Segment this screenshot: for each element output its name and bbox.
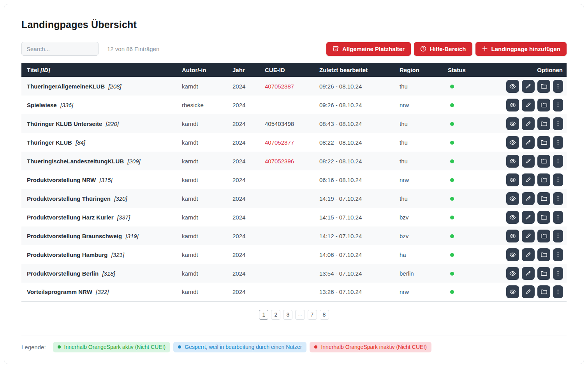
edit-button[interactable] xyxy=(522,248,535,261)
landingpage-hinzufuegen-button[interactable]: Landingpage hinzufügen xyxy=(475,42,567,56)
allgemeine-platzhalter-button[interactable]: Allgemeine Platzhalter xyxy=(326,42,411,56)
search-input[interactable] xyxy=(21,42,99,56)
pencil-icon xyxy=(525,158,531,164)
folder-button[interactable] xyxy=(537,211,550,224)
folder-icon xyxy=(540,102,547,108)
row-id: [322] xyxy=(96,288,109,295)
row-cue-cell xyxy=(259,208,314,226)
edit-button[interactable] xyxy=(522,173,535,186)
folder-button[interactable] xyxy=(537,80,550,93)
row-cue-id[interactable]: 407052377 xyxy=(265,139,294,146)
row-options-cell xyxy=(501,133,567,152)
pencil-icon xyxy=(525,214,531,220)
more-options-button[interactable] xyxy=(553,267,563,280)
folder-icon xyxy=(540,177,547,183)
kebab-menu-icon xyxy=(555,195,561,202)
view-button[interactable] xyxy=(506,285,519,298)
more-options-button[interactable] xyxy=(553,117,563,130)
view-button[interactable] xyxy=(506,136,519,149)
folder-icon xyxy=(540,139,547,146)
edit-button[interactable] xyxy=(522,230,535,242)
row-title: ThueringerAllgemeineKLUB xyxy=(27,83,105,90)
edit-button[interactable] xyxy=(522,155,535,168)
row-id: [321] xyxy=(111,251,124,258)
row-author: karndt xyxy=(176,152,227,170)
kebab-menu-icon xyxy=(555,158,561,164)
row-status-cell xyxy=(442,133,501,152)
pencil-icon xyxy=(525,233,531,239)
table-row: Produktvorstellung Thüringen [320] karnd… xyxy=(21,189,567,208)
more-options-button[interactable] xyxy=(553,80,563,93)
row-cue-id[interactable]: 407052396 xyxy=(265,158,294,165)
row-cue-cell: 405403498 xyxy=(259,114,314,133)
pagination-page-button[interactable]: 3 xyxy=(283,310,292,320)
eye-icon xyxy=(509,83,516,90)
view-button[interactable] xyxy=(506,267,519,280)
view-button[interactable] xyxy=(506,173,519,186)
row-cue-cell xyxy=(259,226,314,245)
more-options-button[interactable] xyxy=(553,230,563,242)
view-button[interactable] xyxy=(506,248,519,261)
folder-button[interactable] xyxy=(537,230,550,242)
folder-button[interactable] xyxy=(537,99,550,111)
pagination-page-button[interactable]: 7 xyxy=(308,310,317,320)
row-options-cell xyxy=(501,77,567,96)
view-button[interactable] xyxy=(506,80,519,93)
edit-button[interactable] xyxy=(522,267,535,280)
row-author: karndt xyxy=(176,264,227,283)
status-active-dot xyxy=(450,216,454,219)
edit-button[interactable] xyxy=(522,192,535,205)
view-button[interactable] xyxy=(506,155,519,168)
row-title: Produktvorstellung Harz Kurier xyxy=(27,214,114,221)
edit-button[interactable] xyxy=(522,80,535,93)
row-year: 2024 xyxy=(227,96,259,114)
edit-button[interactable] xyxy=(522,136,535,149)
row-title: Thüringer KLUB Unterseite xyxy=(27,120,102,127)
more-options-button[interactable] xyxy=(553,155,563,168)
row-cue-cell xyxy=(259,189,314,208)
more-options-button[interactable] xyxy=(553,99,563,111)
table-header-status: Status xyxy=(442,63,501,77)
table-header-optionen: Optionen xyxy=(501,63,567,77)
folder-button[interactable] xyxy=(537,155,550,168)
view-button[interactable] xyxy=(506,99,519,111)
pagination-page-button[interactable]: 8 xyxy=(320,310,329,320)
legend-item: Innerhalb OrangeSpark aktiv (Nicht CUE!) xyxy=(53,342,171,352)
edit-button[interactable] xyxy=(522,211,535,224)
folder-button[interactable] xyxy=(537,173,550,186)
pagination-page-button[interactable]: ... xyxy=(295,310,305,320)
folder-button[interactable] xyxy=(537,285,550,298)
row-year: 2024 xyxy=(227,226,259,245)
folder-button[interactable] xyxy=(537,267,550,280)
row-title-cell: Thüringer KLUB [84] xyxy=(21,133,176,152)
view-button[interactable] xyxy=(506,230,519,242)
pagination-page-button[interactable]: 1 xyxy=(259,310,268,320)
folder-button[interactable] xyxy=(537,192,550,205)
row-title: Produktvorstellung Braunschweig xyxy=(27,233,122,239)
folder-button[interactable] xyxy=(537,248,550,261)
more-options-button[interactable] xyxy=(553,173,563,186)
edit-button[interactable] xyxy=(522,99,535,111)
folder-button[interactable] xyxy=(537,136,550,149)
row-status-cell xyxy=(442,208,501,226)
table-row: Produktvorstellung Braunschweig [319] ka… xyxy=(21,226,567,245)
row-title-cell: ThueringerAllgemeineKLUB [208] xyxy=(21,77,176,96)
pagination: 1 2 3 ... 7 8 xyxy=(21,310,567,320)
more-options-button[interactable] xyxy=(553,285,563,298)
more-options-button[interactable] xyxy=(553,136,563,149)
view-button[interactable] xyxy=(506,192,519,205)
row-region: thu xyxy=(394,152,442,170)
row-cue-id[interactable]: 407052387 xyxy=(265,83,294,90)
view-button[interactable] xyxy=(506,211,519,224)
folder-button[interactable] xyxy=(537,117,550,130)
more-options-button[interactable] xyxy=(553,211,563,224)
more-options-button[interactable] xyxy=(553,248,563,261)
edit-button[interactable] xyxy=(522,117,535,130)
edit-button[interactable] xyxy=(522,285,535,298)
row-region: berlin xyxy=(394,264,442,283)
landingpages-card: Landingpages Übersicht 12 von 86 Einträg… xyxy=(4,4,584,364)
pagination-page-button[interactable]: 2 xyxy=(271,310,280,320)
more-options-button[interactable] xyxy=(553,192,563,205)
view-button[interactable] xyxy=(506,117,519,130)
hilfe-bereich-button[interactable]: Hilfe-Bereich xyxy=(414,42,472,56)
